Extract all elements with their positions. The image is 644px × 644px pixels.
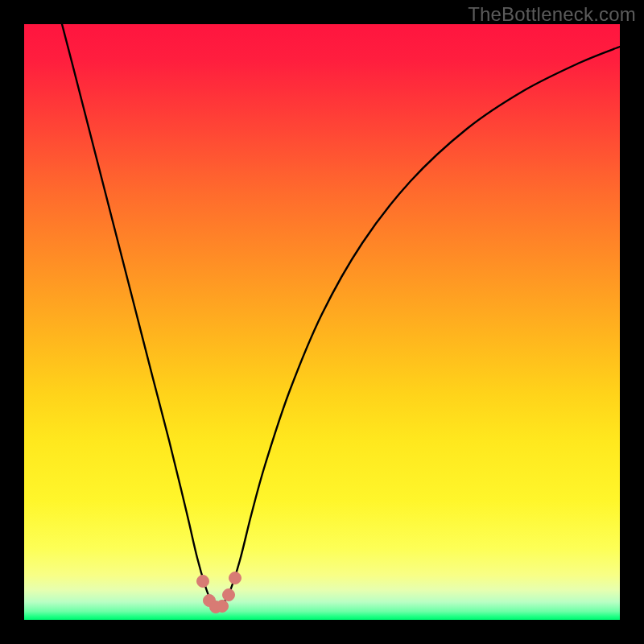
watermark-text: TheBottleneck.com [468, 3, 636, 26]
valley-marker [197, 576, 209, 588]
valley-marker [217, 601, 229, 613]
valley-marker [229, 572, 242, 584]
chart-frame: TheBottleneck.com [0, 0, 644, 644]
valley-marker [223, 589, 235, 601]
curve-layer [24, 24, 620, 620]
valley-markers [197, 572, 242, 613]
bottleneck-curve [62, 24, 620, 608]
